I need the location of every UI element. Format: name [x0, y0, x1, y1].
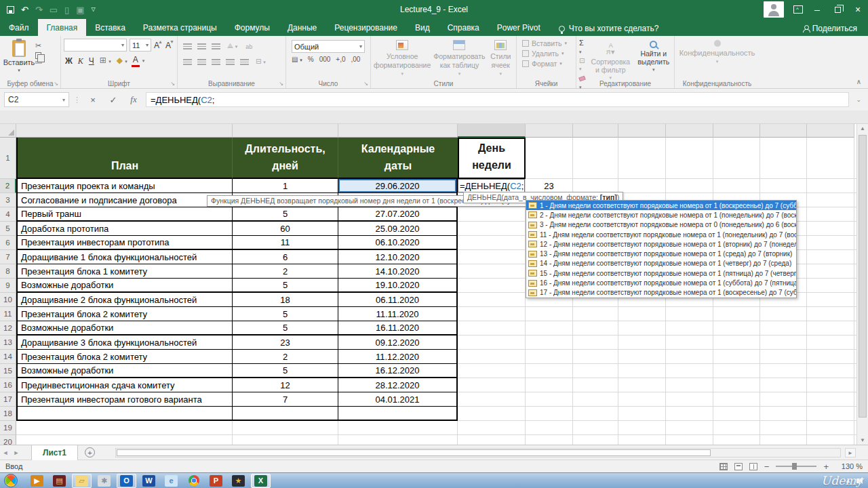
cell[interactable]: [458, 435, 526, 445]
cell[interactable]: [573, 350, 618, 364]
cell[interactable]: [618, 378, 666, 392]
winrar-icon[interactable]: ▤: [50, 474, 69, 488]
cell[interactable]: [573, 336, 618, 350]
open-icon[interactable]: ▭: [50, 5, 58, 14]
row-header[interactable]: 14: [0, 350, 16, 364]
cell-date[interactable]: 27.07.2020: [338, 207, 458, 222]
dropdown-option[interactable]: 1 - Дням недели соответствуют порядковые…: [526, 201, 796, 210]
find-select-button[interactable]: Найти и выделить ▾: [636, 39, 671, 79]
increase-decimal-icon[interactable]: +,0: [336, 56, 345, 63]
zoom-level[interactable]: 130 %: [835, 462, 863, 470]
cell-c1-dates[interactable]: Календарные даты: [338, 138, 458, 179]
cell-days[interactable]: 6: [233, 250, 338, 264]
cell[interactable]: [807, 222, 854, 236]
row-header[interactable]: 17: [0, 392, 16, 407]
excel-icon[interactable]: X: [251, 474, 271, 488]
cell-days[interactable]: [233, 407, 338, 421]
row-header[interactable]: 1: [0, 138, 16, 179]
cell[interactable]: [618, 350, 666, 364]
cell-days[interactable]: 12: [233, 378, 338, 392]
cell-date[interactable]: [338, 421, 458, 435]
cell[interactable]: [760, 350, 807, 364]
fill-color-icon[interactable]: ◆ ▾: [115, 55, 129, 67]
cell-styles-button[interactable]: Стили ячеек ▾: [488, 40, 514, 79]
row-header[interactable]: 7: [0, 250, 16, 264]
cell[interactable]: [458, 264, 526, 279]
ribbon-tab[interactable]: Справка: [439, 19, 488, 36]
cell[interactable]: [458, 321, 526, 336]
dropdown-option[interactable]: 16 - Дням недели соответствуют порядковы…: [526, 278, 796, 287]
cell[interactable]: [618, 407, 666, 421]
internet-explorer-icon[interactable]: e: [161, 474, 181, 488]
row-header[interactable]: 2: [0, 179, 16, 193]
column-header[interactable]: [338, 124, 458, 138]
decrease-indent-icon[interactable]: [226, 59, 235, 65]
cell[interactable]: [760, 321, 807, 336]
close-button[interactable]: ×: [848, 0, 868, 19]
row-header[interactable]: 5: [0, 222, 16, 236]
dropdown-option[interactable]: 2 - Дням недели соответствуют порядковые…: [526, 210, 796, 220]
dropdown-option[interactable]: 11 - Дням недели соответствуют порядковы…: [526, 230, 796, 239]
orientation-icon[interactable]: ⟁ ▾: [226, 41, 239, 52]
cell[interactable]: [666, 435, 713, 445]
cell[interactable]: [573, 321, 618, 336]
cell-days[interactable]: [233, 435, 338, 445]
scroll-right-icon[interactable]: ►: [845, 448, 856, 458]
cell-date[interactable]: 11.11.2020: [338, 307, 458, 321]
cell[interactable]: [807, 138, 854, 179]
cell[interactable]: [458, 307, 526, 321]
confirm-entry-icon[interactable]: ✓: [105, 95, 121, 105]
cell[interactable]: [573, 421, 618, 435]
wrap-text-icon[interactable]: ab: [244, 41, 254, 52]
cell[interactable]: [573, 435, 618, 445]
cell[interactable]: [666, 364, 713, 378]
conditional-formatting-button[interactable]: Условное форматирование ▾: [374, 40, 431, 79]
underline-button[interactable]: Ч: [87, 56, 96, 66]
cell[interactable]: [666, 407, 713, 421]
cell[interactable]: [760, 421, 807, 435]
cell[interactable]: [666, 421, 713, 435]
cell[interactable]: [666, 321, 713, 336]
row-header[interactable]: 6: [0, 236, 16, 250]
cell-days[interactable]: 5: [233, 321, 338, 336]
cell-plan[interactable]: Презентация проекта и команды: [16, 179, 233, 193]
row-header[interactable]: 8: [0, 264, 16, 279]
cell-plan[interactable]: Прединвестиционная сдача комитету: [16, 378, 233, 392]
cell-date[interactable]: 19.10.2020: [338, 279, 458, 293]
cell-date[interactable]: 04.01.2021: [338, 392, 458, 407]
media-player-icon[interactable]: ▶: [27, 474, 47, 488]
decrease-decimal-icon[interactable]: ,00: [351, 56, 361, 63]
page-layout-view-icon[interactable]: [734, 463, 743, 470]
cell[interactable]: [807, 264, 854, 279]
cell-days[interactable]: 5: [233, 307, 338, 321]
word-icon[interactable]: W: [139, 474, 159, 488]
shrink-font-icon[interactable]: А▼: [165, 41, 174, 50]
cell-d2-formula[interactable]: =ДЕНЬНЕД(C2;: [458, 179, 526, 193]
cell[interactable]: [526, 407, 573, 421]
ribbon-tab[interactable]: Разметка страницы: [134, 19, 226, 36]
print-icon[interactable]: ▣: [76, 5, 84, 14]
vertical-scrollbar[interactable]: ▲ ▼: [856, 124, 868, 445]
dropdown-option[interactable]: 3 - Дням недели соответствуют порядковые…: [526, 220, 796, 230]
tell-me-box[interactable]: Что вы хотите сделать?: [559, 24, 659, 36]
cell[interactable]: [760, 407, 807, 421]
cell-date[interactable]: 25.09.2020: [338, 222, 458, 236]
cell[interactable]: [526, 392, 573, 407]
cell[interactable]: [458, 279, 526, 293]
explorer-folder-icon[interactable]: ▱: [72, 474, 92, 488]
cell[interactable]: [458, 421, 526, 435]
row-header[interactable]: 12: [0, 321, 16, 336]
row-header[interactable]: 3: [0, 193, 16, 207]
dialog-launcher-icon[interactable]: ↘: [363, 81, 368, 87]
cell[interactable]: [526, 364, 573, 378]
cell-days[interactable]: 23: [233, 336, 338, 350]
cell-days[interactable]: 2: [233, 264, 338, 279]
cell[interactable]: [458, 250, 526, 264]
cell[interactable]: [807, 236, 854, 250]
cell-plan[interactable]: Презентация инвесторам прототипа: [16, 236, 233, 250]
cell[interactable]: [458, 350, 526, 364]
cell[interactable]: [526, 307, 573, 321]
minimize-button[interactable]: –: [807, 0, 827, 19]
scroll-up-icon[interactable]: ▲: [857, 125, 868, 131]
zoom-slider-thumb[interactable]: [792, 463, 797, 470]
